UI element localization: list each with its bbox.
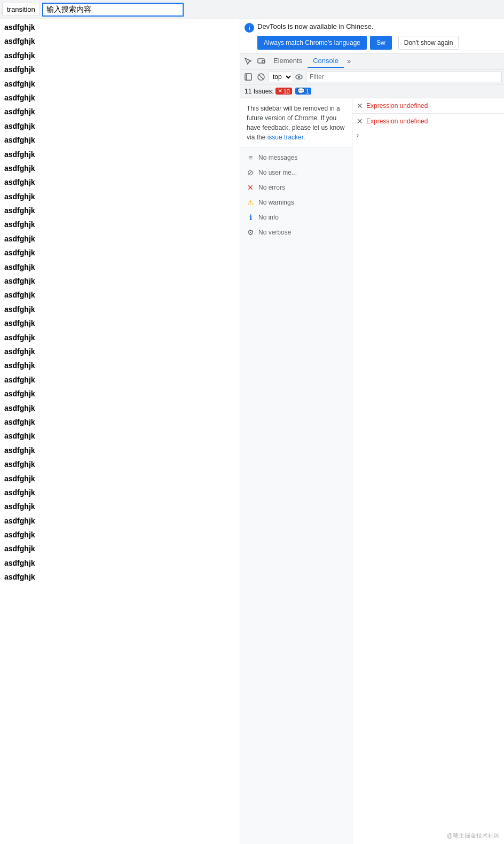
svg-line-5	[259, 75, 263, 79]
list-item: asdfghjk	[0, 528, 240, 542]
console-filter-item[interactable]: ⚠ No warnings	[240, 195, 352, 210]
issues-label: 11 Issues:	[245, 88, 274, 95]
svg-rect-2	[245, 74, 251, 80]
console-filter-label: No info	[258, 214, 279, 221]
list-item: asdfghjk	[0, 302, 240, 316]
console-filter-item[interactable]: ⊘ No user me...	[240, 165, 352, 180]
list-item: asdfghjk	[0, 20, 240, 34]
devtools-toolbar: Elements Console »	[240, 53, 504, 69]
expression-item: ✕ Expression undefined	[352, 98, 504, 114]
list-item: asdfghjk	[0, 316, 240, 330]
messages-icon: ≡	[246, 153, 255, 162]
svg-rect-0	[258, 59, 264, 63]
inspect-icon[interactable]	[242, 56, 254, 67]
devtools-panel: i DevTools is now available in Chinese. …	[240, 19, 504, 844]
left-panel: asdfghjkasdfghjkasdfghjkasdfghjkasdfghjk…	[0, 19, 240, 844]
list-item: asdfghjk	[0, 133, 240, 147]
console-filter-item[interactable]: ✕ No errors	[240, 180, 352, 195]
lang-notification: i DevTools is now available in Chinese. …	[240, 19, 504, 53]
list-item: asdfghjk	[0, 147, 240, 161]
list-item: asdfghjk	[0, 345, 240, 358]
expression-close-icon[interactable]: ✕	[357, 101, 363, 110]
list-item: asdfghjk	[0, 288, 240, 302]
console-filter-items: ≡ No messages ⊘ No user me... ✕ No error…	[240, 148, 352, 844]
console-filter-item[interactable]: ℹ No info	[240, 210, 352, 225]
list-item: asdfghjk	[0, 217, 240, 231]
eye-icon[interactable]	[293, 71, 305, 83]
list-item: asdfghjk	[0, 514, 240, 528]
list-item: asdfghjk	[0, 570, 240, 584]
list-item: asdfghjk	[0, 105, 240, 119]
sidebar-toggle-icon[interactable]	[242, 71, 254, 83]
verbose-icon: ⚙	[246, 228, 255, 237]
list-item: asdfghjk	[0, 457, 240, 471]
info-icon: ℹ	[246, 213, 255, 222]
svg-point-7	[298, 76, 300, 78]
context-select[interactable]: top	[268, 72, 293, 82]
device-toggle-icon[interactable]	[255, 56, 267, 67]
switch-button[interactable]: Sw	[370, 36, 392, 50]
list-item: asdfghjk	[0, 190, 240, 204]
list-item: asdfghjk	[0, 232, 240, 246]
svg-rect-1	[262, 60, 265, 63]
list-item: asdfghjk	[0, 274, 240, 288]
list-item: asdfghjk	[0, 49, 240, 62]
issues-bar: 11 Issues: ✕ 10 💬 1	[240, 84, 504, 98]
list-item: asdfghjk	[0, 401, 240, 415]
warning-icon: ⚠	[246, 198, 255, 207]
user-icon: ⊘	[246, 168, 255, 177]
watermark: @稀土掘金技术社区	[447, 832, 500, 840]
issue-tracker-link[interactable]: issue tracker	[267, 134, 303, 141]
dont-show-button[interactable]: Don't show again	[398, 36, 459, 50]
console-filter-item[interactable]: ⚙ No verbose	[240, 225, 352, 240]
list-item: asdfghjk	[0, 175, 240, 189]
list-item: asdfghjk	[0, 429, 240, 443]
console-filter-label: No verbose	[258, 229, 291, 236]
list-item: asdfghjk	[0, 161, 240, 175]
list-item: asdfghjk	[0, 443, 240, 457]
tab-elements[interactable]: Elements	[268, 54, 308, 68]
list-item: asdfghjk	[0, 387, 240, 401]
list-item: asdfghjk	[0, 77, 240, 91]
tab-console[interactable]: Console	[308, 54, 344, 68]
transition-button[interactable]: transition	[2, 3, 40, 16]
console-filter-label: No user me...	[258, 169, 297, 176]
always-match-button[interactable]: Always match Chrome's language	[257, 36, 367, 50]
list-item: asdfghjk	[0, 119, 240, 133]
list-item: asdfghjk	[0, 486, 240, 499]
console-filter-label: No messages	[258, 154, 297, 161]
console-filter-label: No errors	[258, 184, 285, 191]
list-item: asdfghjk	[0, 373, 240, 387]
list-item: asdfghjk	[0, 204, 240, 217]
console-filter-item[interactable]: ≡ No messages	[240, 150, 352, 165]
expression-close-icon[interactable]: ✕	[357, 117, 363, 126]
message-badge[interactable]: 💬 1	[295, 88, 311, 95]
list-item: asdfghjk	[0, 472, 240, 486]
content-area: This sidebar will be removed in a future…	[240, 98, 504, 844]
list-item: asdfghjk	[0, 246, 240, 260]
clear-icon[interactable]	[255, 71, 267, 83]
console-filter-label: No warnings	[258, 199, 294, 206]
tab-more[interactable]: »	[344, 55, 354, 67]
lang-notification-text: DevTools is now available in Chinese.	[257, 22, 500, 30]
main-layout: asdfghjkasdfghjkasdfghjkasdfghjkasdfghjk…	[0, 19, 504, 844]
expression-expand[interactable]: ›	[352, 129, 504, 141]
info-icon: i	[245, 23, 254, 33]
top-bar: transition	[0, 0, 504, 19]
sidebar-notice-text: This sidebar will be removed in a future…	[240, 98, 352, 148]
list-item: asdfghjk	[0, 62, 240, 76]
expression-text: Expression undefined	[366, 118, 428, 125]
list-item: asdfghjk	[0, 358, 240, 372]
list-item: asdfghjk	[0, 556, 240, 570]
console-toolbar: top	[240, 69, 504, 84]
list-item: asdfghjk	[0, 91, 240, 105]
list-item: asdfghjk	[0, 415, 240, 429]
search-input[interactable]	[42, 3, 184, 17]
expression-text: Expression undefined	[366, 102, 428, 110]
error-badge[interactable]: ✕ 10	[275, 88, 292, 95]
filter-input[interactable]	[306, 72, 502, 82]
list-item: asdfghjk	[0, 542, 240, 556]
list-item: asdfghjk	[0, 34, 240, 48]
chevron-right-icon: ›	[357, 131, 359, 139]
list-item: asdfghjk	[0, 331, 240, 345]
